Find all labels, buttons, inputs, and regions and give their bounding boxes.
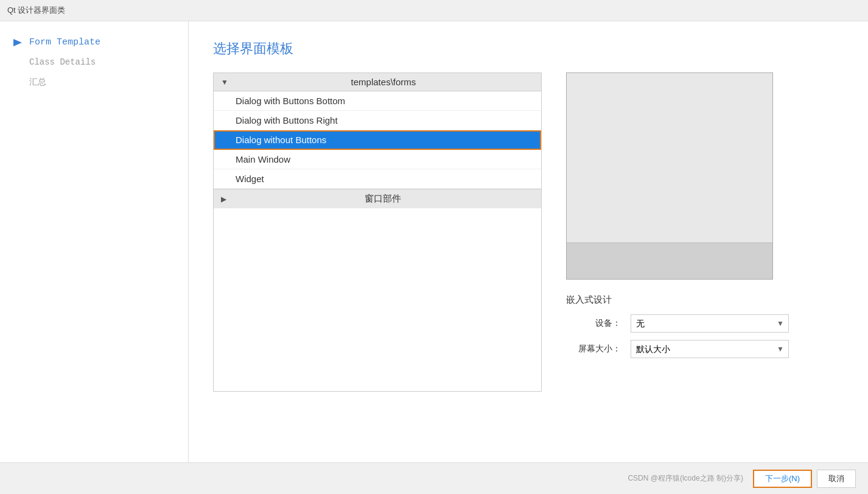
embedded-section: 嵌入式设计 设备： 无 ▼ 屏幕大小： [566,294,844,365]
tree-group-widgets-label: 窗口部件 [231,193,534,205]
tree-group-forms[interactable]: ▼ templates\forms [214,73,541,91]
cancel-button[interactable]: 取消 [817,470,856,488]
device-label: 设备： [566,318,621,329]
sidebar-item-class-details[interactable]: Class Details [6,54,182,71]
right-panel: 嵌入式设计 设备： 无 ▼ 屏幕大小： [566,72,844,476]
sidebar-label-class-details: Class Details [12,57,96,67]
svg-marker-0 [13,39,22,46]
expand-icon-forms: ▼ [221,78,228,86]
screen-select-wrapper: 默认大小 ▼ [631,340,789,358]
device-row: 设备： 无 ▼ [566,314,844,333]
tree-group-forms-label: templates\forms [233,77,534,87]
content-body: ▼ templates\forms Dialog with Buttons Bo… [213,72,844,476]
watermark-text: CSDN @程序猿(lcode之路 制)分享) [628,473,743,484]
sidebar-item-form-template[interactable]: Form Template [6,34,182,51]
screen-label: 屏幕大小： [566,344,621,355]
tree-item-widget[interactable]: Widget [214,169,541,189]
screen-row: 屏幕大小： 默认大小 ▼ [566,340,844,358]
preview-inner [567,242,772,279]
sidebar-label-summary: 汇总 [12,77,46,88]
tree-empty-area [214,208,541,391]
template-list-container: ▼ templates\forms Dialog with Buttons Bo… [213,72,542,476]
tree-item-dialog-buttons-right[interactable]: Dialog with Buttons Right [214,111,541,130]
screen-select[interactable]: 默认大小 [631,340,789,358]
tree-item-dialog-without-buttons[interactable]: Dialog without Buttons [214,130,541,150]
template-tree: ▼ templates\forms Dialog with Buttons Bo… [213,72,542,392]
content-area: 选择界面模板 ▼ templates\forms Dialog with But… [189,21,868,494]
expand-icon-widgets: ▶ [221,195,226,203]
sidebar: Form Template Class Details 汇总 [0,21,189,494]
sidebar-label-form-template: Form Template [29,37,100,48]
tree-item-dialog-buttons-bottom[interactable]: Dialog with Buttons Bottom [214,91,541,111]
tree-item-main-window[interactable]: Main Window [214,150,541,169]
top-bar: Qt 设计器界面类 [0,0,868,21]
preview-box [566,72,773,280]
main-container: Form Template Class Details 汇总 选择界面模板 ▼ … [0,21,868,494]
next-button[interactable]: 下一步(N) [753,470,812,488]
bottom-bar: CSDN @程序猿(lcode之路 制)分享) 下一步(N) 取消 [0,462,868,494]
sidebar-arrow-icon [12,38,24,48]
device-select[interactable]: 无 [631,314,789,333]
app-title: Qt 设计器界面类 [7,5,65,15]
device-select-wrapper: 无 ▼ [631,314,789,333]
embedded-title: 嵌入式设计 [566,294,844,306]
page-title: 选择界面模板 [213,40,844,58]
sidebar-item-summary[interactable]: 汇总 [6,73,182,91]
tree-group-widgets[interactable]: ▶ 窗口部件 [214,189,541,208]
